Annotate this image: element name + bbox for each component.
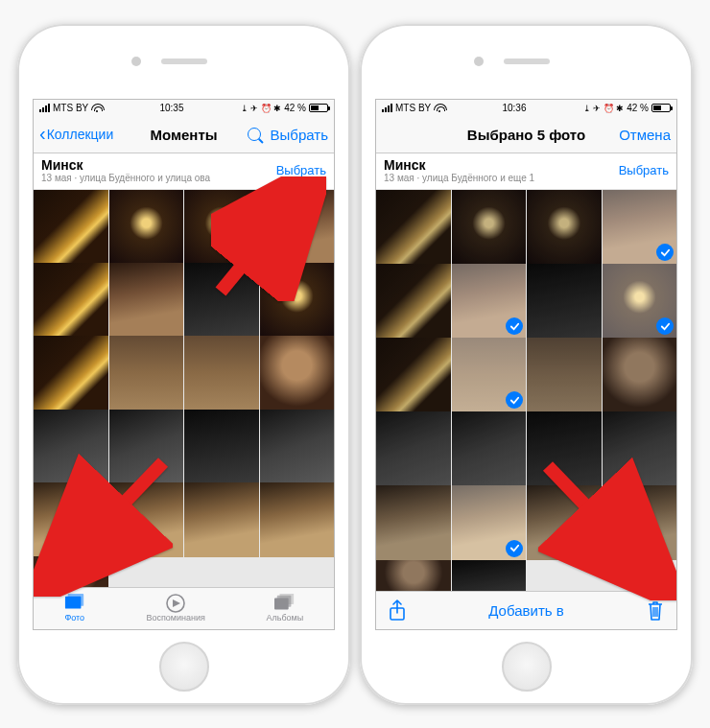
home-button[interactable]	[159, 642, 209, 692]
speaker	[161, 59, 207, 64]
photo-thumb[interactable]	[603, 411, 677, 486]
tab-label: Альбомы	[266, 613, 303, 622]
photo-thumb[interactable]	[184, 410, 259, 484]
photo-thumb[interactable]	[184, 190, 259, 265]
tab-memories[interactable]: Воспоминания	[146, 595, 204, 622]
photo-thumb[interactable]	[452, 338, 527, 412]
tab-albums[interactable]: Альбомы	[266, 595, 303, 622]
trash-button[interactable]	[646, 599, 665, 621]
share-button[interactable]	[388, 599, 407, 621]
photo-thumb[interactable]	[184, 336, 259, 411]
battery-icon	[651, 104, 671, 112]
photo-thumb[interactable]	[452, 485, 527, 560]
back-label: Коллекции	[47, 127, 114, 142]
photos-icon	[64, 595, 85, 612]
photo-thumb[interactable]	[34, 190, 108, 265]
photo-grid[interactable]	[376, 190, 676, 591]
photo-thumb[interactable]	[260, 190, 335, 265]
photo-thumb[interactable]	[376, 560, 451, 591]
photo-thumb[interactable]	[527, 264, 602, 339]
photo-thumb[interactable]	[376, 338, 451, 412]
signal-icon	[39, 104, 50, 112]
status-indicators: ⤓ ✈︎ ⏰ ✱	[241, 104, 282, 113]
photo-thumb[interactable]	[527, 485, 602, 560]
photo-thumb[interactable]	[603, 485, 677, 560]
photo-thumb[interactable]	[34, 556, 108, 587]
photo-thumb[interactable]	[109, 410, 184, 484]
back-button[interactable]: ‹ Коллекции	[39, 127, 113, 142]
wifi-icon	[91, 104, 103, 113]
memories-icon	[165, 595, 186, 612]
photo-grid[interactable]	[34, 190, 334, 587]
location-title: Минск	[41, 157, 210, 173]
front-camera	[474, 57, 484, 66]
photo-thumb[interactable]	[452, 190, 527, 265]
svg-rect-6	[279, 594, 294, 604]
photo-thumb[interactable]	[527, 190, 602, 265]
section-select-button[interactable]: Выбрать	[276, 163, 326, 177]
location-title: Минск	[384, 157, 534, 173]
select-button[interactable]: Выбрать	[271, 127, 328, 143]
photo-thumb[interactable]	[603, 338, 677, 412]
photo-thumb[interactable]	[260, 336, 335, 411]
photo-thumb[interactable]	[34, 410, 108, 484]
check-icon	[656, 244, 674, 261]
section-select-button[interactable]: Выбрать	[619, 163, 669, 177]
tab-label: Воспоминания	[146, 613, 204, 622]
tab-bar: Фото Воспоминания Альбомы	[34, 587, 334, 629]
photo-thumb[interactable]	[34, 336, 108, 411]
search-icon[interactable]	[248, 128, 261, 141]
photo-thumb[interactable]	[109, 263, 184, 338]
photo-thumb[interactable]	[34, 263, 108, 338]
photo-thumb[interactable]	[109, 336, 184, 411]
photo-thumb[interactable]	[452, 560, 527, 591]
photo-thumb[interactable]	[184, 482, 259, 557]
photo-thumb[interactable]	[34, 482, 108, 557]
location-subtitle: 13 мая · улица Будённого и еще 1	[384, 173, 534, 183]
screen-left: MTS BY 10:35 ⤓ ✈︎ ⏰ ✱ 42 % ‹ Коллекции М…	[33, 99, 335, 630]
nav-bar: Выбрано 5 фото Отмена	[376, 117, 676, 153]
cancel-button[interactable]: Отмена	[619, 127, 671, 143]
photo-thumb[interactable]	[452, 264, 527, 339]
moment-header: Минск 13 мая · улица Будённого и еще 1 В…	[376, 153, 676, 190]
photo-thumb[interactable]	[527, 338, 602, 412]
clock: 10:36	[502, 103, 526, 113]
iphone-right: MTS BY 10:36 ⤓ ✈︎ ⏰ ✱ 42 % Выбрано 5 фот…	[360, 24, 693, 705]
speaker	[504, 59, 550, 64]
photo-thumb[interactable]	[109, 190, 184, 265]
iphone-left: MTS BY 10:35 ⤓ ✈︎ ⏰ ✱ 42 % ‹ Коллекции М…	[17, 24, 350, 705]
nav-title: Моменты	[150, 127, 217, 143]
check-icon	[506, 391, 523, 409]
home-button[interactable]	[502, 642, 552, 692]
screen-right: MTS BY 10:36 ⤓ ✈︎ ⏰ ✱ 42 % Выбрано 5 фот…	[375, 99, 677, 630]
add-to-button[interactable]: Добавить в	[488, 602, 563, 619]
tab-label: Фото	[64, 613, 84, 622]
photo-thumb[interactable]	[376, 411, 451, 486]
status-bar: MTS BY 10:36 ⤓ ✈︎ ⏰ ✱ 42 %	[376, 100, 676, 117]
battery-icon	[309, 104, 328, 112]
photo-thumb[interactable]	[603, 190, 677, 265]
moment-header: Минск 13 мая · улица Будённого и улица о…	[34, 153, 334, 190]
photo-thumb[interactable]	[184, 263, 259, 338]
photo-thumb[interactable]	[376, 264, 451, 339]
check-icon	[656, 317, 674, 335]
photo-thumb[interactable]	[603, 264, 677, 339]
photo-thumb[interactable]	[260, 482, 335, 557]
status-bar: MTS BY 10:35 ⤓ ✈︎ ⏰ ✱ 42 %	[34, 100, 334, 117]
photo-thumb[interactable]	[376, 485, 451, 560]
photo-thumb[interactable]	[452, 411, 527, 486]
tab-photos[interactable]: Фото	[64, 595, 85, 622]
selection-toolbar: Добавить в	[376, 591, 676, 629]
carrier-label: MTS BY	[395, 103, 431, 113]
photo-thumb[interactable]	[376, 190, 451, 265]
photo-thumb[interactable]	[260, 410, 335, 484]
photo-thumb[interactable]	[260, 263, 335, 338]
battery-percent: 42 %	[284, 103, 306, 113]
carrier-label: MTS BY	[53, 103, 88, 113]
photo-thumb[interactable]	[109, 482, 184, 557]
check-icon	[506, 540, 523, 557]
nav-title: Выбрано 5 фото	[467, 127, 585, 143]
battery-percent: 42 %	[627, 103, 649, 113]
photo-thumb[interactable]	[527, 411, 602, 486]
check-icon	[506, 317, 523, 335]
